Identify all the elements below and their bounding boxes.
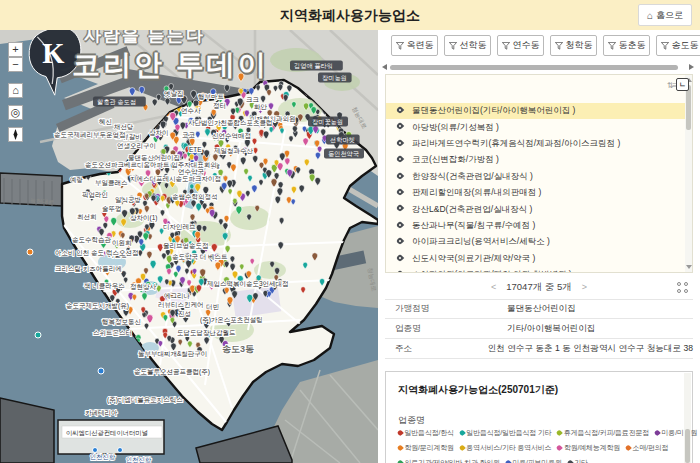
next-page-arrow[interactable]: > bbox=[582, 282, 587, 292]
scroll-right-arrow[interactable] bbox=[689, 64, 694, 70]
legend-box: 지역화폐사용가능업소(250701기준) 업종명 일반음식점/한식일반음식점/일… bbox=[385, 371, 693, 463]
home-map-button[interactable]: ⌂ bbox=[8, 83, 23, 98]
map-label: 이원희 bbox=[112, 239, 132, 246]
map-label: 예랑 bbox=[70, 176, 83, 184]
page-title: 지역화폐사용가능업소 bbox=[0, 7, 700, 25]
legend-scrollbar-thumb[interactable] bbox=[685, 429, 690, 463]
list-scrollbar[interactable] bbox=[685, 75, 692, 272]
scrollbar-thumb[interactable] bbox=[390, 65, 678, 70]
map-label: 상차이(1) bbox=[130, 214, 157, 222]
map-label: 송도약국 더 베스트 bbox=[172, 253, 228, 260]
map-label: 이씨엠디선광컨테이너터미널 bbox=[66, 429, 148, 436]
side-panel: 옥련동선학동연수동청학동동춘동송도동 ⇅≡ ㄴ 물댄동산어린이집(기타/아이행복… bbox=[378, 30, 700, 463]
pin-icon bbox=[396, 188, 404, 196]
legend-subtitle: 업종명 bbox=[398, 414, 425, 427]
scroll-down-arrow[interactable] bbox=[686, 265, 692, 269]
sort-icon[interactable]: ⇅≡ bbox=[667, 81, 676, 90]
pin-icon bbox=[396, 139, 404, 147]
zoom-out-button[interactable]: − bbox=[8, 57, 23, 72]
map-label: 연수약국 bbox=[178, 168, 205, 175]
detail-row: 주소인천 연수구 동춘 1 동 인천광역시 연수구 청능대로 38 bbox=[385, 339, 693, 359]
legend-item: 학원/문리계학원 bbox=[398, 443, 454, 453]
map-label: 연생오리구이 bbox=[117, 142, 156, 149]
filter-button-송도동[interactable]: 송도동 bbox=[656, 35, 700, 56]
store-list-item[interactable]: 아이파크크리닝(용역서비스/세탁소 ) bbox=[386, 234, 685, 250]
filter-button-청학동[interactable]: 청학동 bbox=[550, 35, 597, 56]
filter-button-옥련동[interactable]: 옥련동 bbox=[391, 35, 438, 56]
prev-page-arrow[interactable]: < bbox=[491, 282, 496, 292]
map-label: 화안 bbox=[254, 103, 268, 110]
header: 지역화폐사용가능업소 ⌂홈으로 bbox=[0, 0, 700, 30]
map-badge-label: 할홍관 송도점 bbox=[93, 97, 146, 107]
legend-pin-icon bbox=[625, 445, 631, 451]
funnel-icon bbox=[502, 42, 510, 50]
pin-icon bbox=[396, 204, 404, 212]
map-label: 송도블루오션골프클럽(주) bbox=[134, 368, 210, 376]
map-label: 제일청과수산 bbox=[214, 147, 254, 155]
map-label: 부일클래스 bbox=[95, 179, 128, 186]
district-filters: 옥련동선학동연수동청학동동춘동송도동 bbox=[391, 35, 700, 56]
map-badge-label: 장미꽃농원 bbox=[308, 117, 348, 127]
legend-item: 기타 bbox=[568, 458, 588, 463]
map-label: 도담도담장난감월드 bbox=[177, 329, 236, 337]
map[interactable]: 옛날집행부마트정터연수사크크화안이재현치과의원혜신채선당사단법인가천종합스포츠클… bbox=[0, 30, 378, 463]
map-badge-label: 장미농원 bbox=[318, 73, 352, 83]
home-button[interactable]: ⌂홈으로 bbox=[638, 4, 692, 26]
legend-scrollbar[interactable] bbox=[684, 373, 691, 463]
map-label: 상차이 bbox=[149, 129, 169, 137]
store-list: 물댄동산어린이집(기타/아이행복어린이집 )아당방(의류/기성복점 )파리바게뜨… bbox=[386, 103, 685, 273]
compass-icon bbox=[9, 128, 22, 141]
filter-button-동춘동[interactable]: 동춘동 bbox=[603, 35, 650, 56]
zoom-in-button[interactable]: + bbox=[8, 42, 23, 57]
pin-icon bbox=[396, 122, 404, 130]
store-list-item[interactable]: 강산L&D(건축관련업/실내장식 ) bbox=[386, 201, 685, 217]
compass-button[interactable] bbox=[8, 127, 23, 142]
store-list-item[interactable]: 한양장식(건축관련업/실내장식 ) bbox=[386, 169, 685, 185]
filter-button-연수동[interactable]: 연수동 bbox=[497, 35, 544, 56]
store-list-item[interactable]: 코코(신변잡화/가방점 ) bbox=[386, 152, 685, 168]
legend-pin-icon bbox=[459, 430, 465, 436]
map-label: 인천신항 bbox=[126, 456, 152, 463]
expand-icon[interactable]: ㄴ bbox=[676, 78, 689, 91]
map-label: 에그리나 bbox=[164, 292, 191, 299]
legend-item: 학원/예체능계학원 bbox=[557, 443, 620, 453]
scroll-left-arrow[interactable] bbox=[382, 64, 387, 70]
funnel-icon bbox=[396, 42, 404, 50]
store-list-item[interactable]: 파리바게뜨연수럭키(휴게음식점/제과점/아이스크림점 ) bbox=[386, 136, 685, 152]
map-label: 픽업라인 bbox=[82, 191, 108, 198]
locate-button[interactable]: ◎ bbox=[8, 105, 23, 120]
pin-icon bbox=[396, 253, 404, 261]
map-label: 장미꽃농원 bbox=[312, 118, 343, 126]
store-list-item[interactable]: 신도시약국(의료기관/제약/약국 ) bbox=[386, 251, 685, 267]
funnel-icon bbox=[608, 42, 616, 50]
map-label: 연수사 bbox=[181, 107, 201, 114]
store-list-item[interactable]: 물댄동산어린이집(기타/아이행복어린이집 ) bbox=[386, 103, 685, 119]
store-list-item[interactable]: 판제리할인매장(의류/내의판매점 ) bbox=[386, 185, 685, 201]
horizontal-scrollbar[interactable] bbox=[382, 64, 694, 71]
legend-pin-icon bbox=[459, 445, 465, 451]
grid-view-icon[interactable] bbox=[677, 282, 688, 293]
map-label: 신연수역매점 bbox=[212, 132, 251, 139]
map-label: (주)가온스포츠컨설팅 bbox=[200, 316, 263, 324]
map-label: 송도3동 bbox=[222, 344, 254, 354]
map-label: 디자인레브 bbox=[163, 223, 196, 230]
legend-item: 의료기관/제약/일반 치과 한의원 bbox=[398, 458, 500, 463]
detail-row: 업종명기타/아이행복어린이집 bbox=[385, 319, 693, 339]
store-list-item[interactable]: 동산과나무(직물/침구류/수예점 ) bbox=[386, 218, 685, 234]
watermark-line1: 사람을 듣는다 bbox=[84, 30, 205, 47]
map-label: 정터 bbox=[213, 102, 226, 110]
map-label: 정현상사 bbox=[130, 283, 157, 291]
store-list-item[interactable]: 소아과의원(의료기관/제약 의원 한방병원 ) bbox=[386, 267, 685, 273]
legend-pin-icon bbox=[397, 445, 403, 451]
map-label: 장미농원 bbox=[322, 74, 347, 82]
store-list-item[interactable]: 아당방(의류/기성복점 ) bbox=[386, 119, 685, 135]
filter-button-선학동[interactable]: 선학동 bbox=[444, 35, 491, 56]
map-label: 옛날집 bbox=[164, 90, 184, 97]
map-badge-label: 김영애 플라워 bbox=[290, 61, 343, 71]
legend-item: 용역서비스/기타 용역서비스 bbox=[460, 443, 552, 453]
map-label: 송도수학습관 bbox=[72, 236, 112, 243]
map-label: 송도국제도시개발(유) bbox=[66, 302, 129, 310]
list-scrollbar-thumb[interactable] bbox=[686, 85, 691, 130]
map-label: 아소비 인천 송도 럭스오션점 bbox=[55, 249, 138, 256]
legend-pin-icon bbox=[654, 430, 660, 436]
